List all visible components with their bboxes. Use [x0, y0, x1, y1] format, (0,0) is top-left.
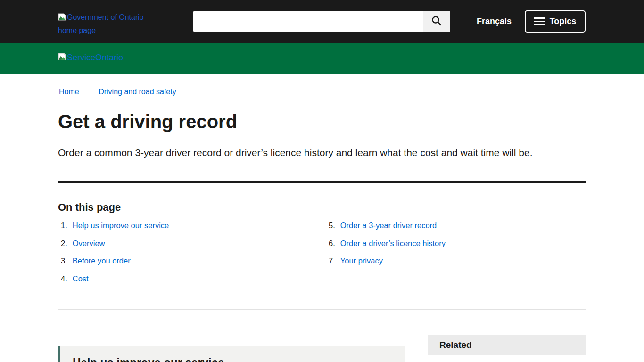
broken-image-icon — [58, 53, 66, 63]
search-input[interactable] — [193, 11, 423, 32]
callout-heading: Help us improve our service — [73, 356, 405, 362]
list-item: 2. Overview — [61, 239, 169, 248]
toc-link-cost[interactable]: Cost — [73, 275, 89, 283]
search-button[interactable] — [423, 11, 450, 32]
list-item: 6. Order a driver’s licence history — [329, 239, 446, 248]
page-lead: Order a common 3-year driver record or d… — [58, 147, 591, 158]
broken-image-icon — [58, 12, 66, 25]
hamburger-icon — [534, 17, 545, 25]
list-item: 4. Cost — [61, 275, 169, 283]
serviceontario-home-link[interactable]: ServiceOntario — [58, 53, 123, 63]
search-bar — [193, 11, 450, 32]
search-icon — [430, 15, 443, 28]
ontario-home-link[interactable]: Government of Ontario home page — [58, 11, 148, 37]
serviceontario-link-label: ServiceOntario — [67, 53, 123, 63]
topics-menu-button[interactable]: Topics — [525, 10, 586, 33]
site-header: Government of Ontario home page Français… — [0, 0, 644, 43]
serviceontario-band: ServiceOntario — [0, 43, 644, 74]
page-title: Get a driving record — [58, 111, 237, 132]
breadcrumb-driving-link[interactable]: Driving and road safety — [99, 88, 176, 96]
toc-link-order-3-year-record[interactable]: Order a 3-year driver record — [340, 222, 437, 230]
list-number: 4. — [61, 275, 67, 283]
list-number: 1. — [61, 222, 67, 230]
list-number: 3. — [61, 257, 67, 265]
related-heading: Related — [439, 340, 472, 350]
on-this-page-list-right: 5. Order a 3-year driver record 6. Order… — [329, 222, 446, 275]
on-this-page-heading: On this page — [58, 201, 121, 214]
toc-link-your-privacy[interactable]: Your privacy — [340, 257, 383, 265]
on-this-page-list-left: 1. Help us improve our service 2. Overvi… — [61, 222, 169, 292]
list-item: 5. Order a 3-year driver record — [329, 222, 446, 230]
help-us-improve-callout: Help us improve our service — [58, 346, 405, 362]
list-item: 7. Your privacy — [329, 257, 446, 265]
title-divider — [58, 181, 586, 183]
toc-link-order-licence-history[interactable]: Order a driver’s licence history — [340, 239, 446, 248]
section-divider — [58, 309, 586, 310]
list-number: 5. — [329, 222, 335, 230]
related-sidebar-header: Related — [428, 335, 586, 355]
toc-link-overview[interactable]: Overview — [73, 239, 105, 248]
list-item: 3. Before you order — [61, 257, 169, 265]
list-item: 1. Help us improve our service — [61, 222, 169, 230]
toc-link-help-us-improve[interactable]: Help us improve our service — [73, 222, 169, 230]
breadcrumb-home-link[interactable]: Home — [59, 88, 79, 96]
ontario-home-link-label: Government of Ontario home page — [58, 13, 144, 34]
toc-link-before-you-order[interactable]: Before you order — [73, 257, 131, 265]
list-number: 6. — [329, 239, 335, 248]
list-number: 2. — [61, 239, 67, 248]
topics-button-label: Topics — [550, 16, 577, 26]
breadcrumb: Home Driving and road safety — [59, 88, 176, 96]
language-toggle-link[interactable]: Français — [477, 0, 512, 43]
list-number: 7. — [329, 257, 335, 265]
